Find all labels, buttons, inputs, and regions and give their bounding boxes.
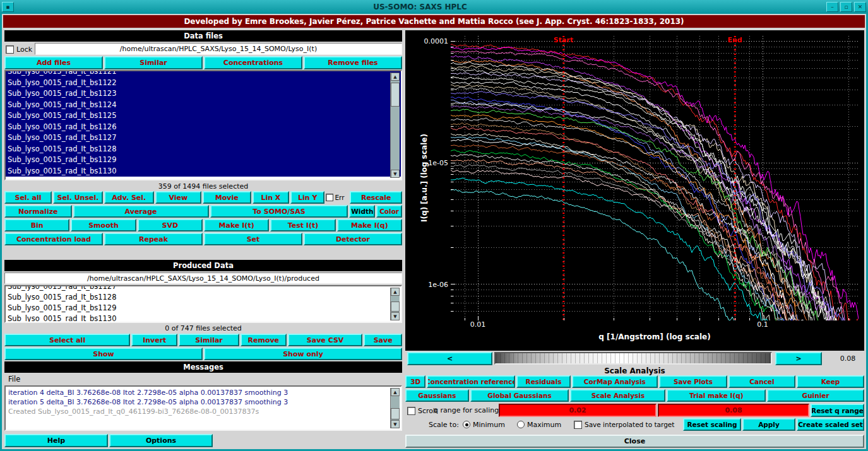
sel-all-button[interactable]: Sel. all [4,191,52,204]
concentration-reference-button[interactable]: Concentration reference [427,375,515,388]
lin-x-button[interactable]: Lin X [253,191,289,204]
wheel-left-button[interactable]: < [407,352,492,365]
file-list-item[interactable]: Sub_lyso_0015_rad_It_bs1129 [6,303,401,313]
reset-scaling-button[interactable]: Reset scaling [683,418,741,431]
produced-data-list[interactable]: Sub_lyso_0015_rad_It_bs1127Sub_lyso_0015… [4,285,402,323]
scroll-down-icon[interactable]: ▼ [391,312,400,320]
scroll-checkbox[interactable] [407,407,415,415]
save-interpolated-checkbox[interactable] [574,421,582,429]
scrollbar-thumb[interactable] [391,83,400,107]
make-iq-button[interactable]: Make I(q) [337,219,402,231]
scroll-up-icon[interactable]: ▲ [391,73,400,81]
file-list-item[interactable]: Sub_lyso_0015_rad_It_bs1127 [6,132,401,144]
test-it-button[interactable]: Test I(t) [270,219,335,231]
width-button[interactable]: Width [349,205,375,218]
scroll-up-icon[interactable]: ▲ [391,288,400,296]
minimum-radio[interactable]: Minimum [463,420,505,429]
file-list-item[interactable]: Sub_lyso_0015_rad_It_bs1130 [6,313,401,323]
show-only-button[interactable]: Show only [204,348,402,360]
produced-scrollbar[interactable]: ▲ ▼ [390,288,400,320]
concentrations-button[interactable]: Concentrations [204,56,302,69]
gaussians-button[interactable]: Gaussians [405,389,469,402]
scale-analysis-button[interactable]: Scale Analysis [570,389,665,402]
file-list-item[interactable]: Sub_lyso_0015_rad_It_bs1128 [6,144,401,155]
help-button[interactable]: Help [4,434,108,447]
q-position-wheel[interactable] [494,352,772,365]
data-files-scrollbar[interactable]: ▲ ▼ [390,73,400,178]
close-button[interactable]: Close [405,435,864,448]
saxs-plot-canvas[interactable] [451,36,859,320]
rescale-button[interactable]: Rescale [350,191,402,204]
file-list-item[interactable]: Sub_lyso_0015_rad_It_bs1122 [6,78,401,89]
scrollbar-thumb[interactable] [391,302,400,312]
scroll-down-icon[interactable]: ▼ [391,420,400,428]
make-it-button[interactable]: Make I(t) [204,219,269,231]
wheel-right-button[interactable]: > [775,352,822,365]
bin-button[interactable]: Bin [4,219,69,231]
smooth-button[interactable]: Smooth [71,219,136,231]
minimize-button[interactable]: – [826,2,838,12]
select-all-button[interactable]: Select all [4,334,130,346]
file-list-item[interactable]: Sub_lyso_0015_rad_It_bs1123 [6,88,401,100]
q-max-field[interactable]: 0.08 [658,404,809,417]
similar-produced-button[interactable]: Similar [179,334,239,346]
to-somo-sas-button[interactable]: To SOMO/SAS [210,205,348,218]
normalize-button[interactable]: Normalize [4,205,72,218]
file-menu[interactable]: File [4,374,402,384]
cancel-button[interactable]: Cancel [728,375,795,388]
close-window-button[interactable]: ✕ [854,2,866,12]
create-scaled-set-button[interactable]: Create scaled set [797,418,864,431]
file-list-item[interactable]: Sub_lyso_0015_rad_It_bs1125 [6,110,401,122]
global-gaussians-button[interactable]: Global Gaussians [470,389,569,402]
repeak-button[interactable]: Repeak [104,233,203,245]
save-button[interactable]: Save [364,334,402,346]
options-button[interactable]: Options [109,434,213,447]
file-list-item[interactable]: Sub_lyso_0015_rad_It_bs1121 [6,70,401,78]
scroll-control[interactable]: Scroll [407,406,437,416]
cormap-analysis-button[interactable]: CorMap Analysis [572,375,658,388]
data-files-list[interactable]: Sub_lyso_0015_rad_It_bs1121Sub_lyso_0015… [4,70,402,180]
threed-button[interactable]: 3D [405,375,425,388]
save-plots-button[interactable]: Save Plots [659,375,727,388]
adv-sel-button[interactable]: Adv. Sel. [104,191,154,204]
set-button[interactable]: Set [204,233,302,245]
maximize-button[interactable]: ▫ [840,2,852,12]
remove-files-button[interactable]: Remove files [304,56,402,69]
color-button[interactable]: Color [376,205,402,218]
file-list-item[interactable]: Sub_lyso_0015_rad_It_bs1126 [6,122,401,133]
add-files-button[interactable]: Add files [4,56,103,69]
save-csv-button[interactable]: Save CSV [288,334,362,346]
apply-button[interactable]: Apply [742,418,795,431]
residuals-button[interactable]: Residuals [516,375,570,388]
messages-scrollbar[interactable]: ▲ ▼ [390,388,400,428]
movie-button[interactable]: Movie [203,191,251,204]
average-button[interactable]: Average [73,205,209,218]
save-interpolated-control[interactable]: Save interpolated to target [574,420,674,429]
window-menu-button[interactable]: ▪ [2,2,14,12]
guinier-button[interactable]: Guinier [767,389,864,402]
remove-button[interactable]: Remove [241,334,287,346]
concentration-load-button[interactable]: Concentration load [4,233,103,245]
file-list-item[interactable]: Sub_lyso_0015_rad_It_bs1124 [6,100,401,111]
file-list-item[interactable]: Sub_lyso_0015_rad_It_bs1130 [6,166,401,177]
view-button[interactable]: View [155,191,201,204]
radio-icon[interactable] [517,421,525,428]
trial-make-iq-button[interactable]: Trial make I(q) [667,389,766,402]
sel-unsel-button[interactable]: Sel. Unsel. [53,191,103,204]
lock-control[interactable]: Lock [6,44,32,54]
q-min-field[interactable]: 0.02 [499,404,657,417]
messages-box[interactable]: iteration 4 delta_BI 3.76268e-08 Itot 2.… [4,385,402,431]
file-list-item[interactable]: Sub_lyso_0015_rad_It_bs1127 [6,285,401,292]
scrollbar-thumb[interactable] [391,408,400,419]
err-checkbox[interactable] [326,194,333,201]
keep-button[interactable]: Keep [797,375,864,388]
file-list-item[interactable]: Sub_lyso_0015_rad_It_bs1128 [6,292,401,303]
file-list-item[interactable]: Sub_lyso_0015_rad_It_bs1129 [6,155,401,166]
lin-y-button[interactable]: Lin Y [290,191,324,204]
similar-button[interactable]: Similar [104,56,203,69]
radio-icon[interactable] [463,421,470,428]
invert-button[interactable]: Invert [131,334,177,346]
detector-button[interactable]: Detector [304,233,402,245]
err-control[interactable]: Err [326,191,348,204]
scroll-down-icon[interactable]: ▼ [391,170,400,178]
